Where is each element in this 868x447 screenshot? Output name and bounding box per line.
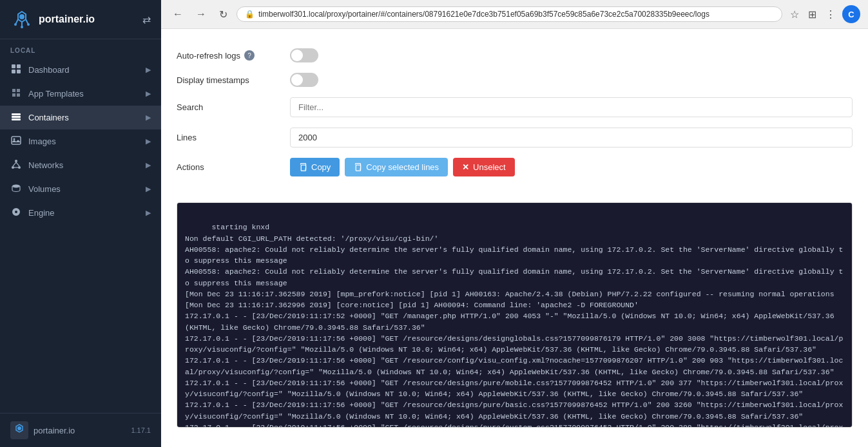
sidebar-item-label-networks: Networks xyxy=(28,160,139,170)
display-timestamps-toggle[interactable] xyxy=(290,73,318,87)
sidebar-footer-name: portainer.io xyxy=(34,426,75,435)
lines-label: Lines xyxy=(177,133,280,142)
svg-point-3 xyxy=(21,26,23,28)
profile-button[interactable]: C xyxy=(842,5,860,23)
dashboard-icon xyxy=(10,64,22,76)
auto-refresh-row: Auto-refresh logs ? xyxy=(177,48,853,62)
svg-rect-15 xyxy=(12,137,21,144)
browser-bar: ← → ↻ 🔒 timberwolf301.local/proxy/portai… xyxy=(161,0,868,29)
dashboard-arrow-icon: ▶ xyxy=(146,66,151,74)
svg-rect-10 xyxy=(12,70,15,73)
sidebar-footer-version: 1.17.1 xyxy=(131,426,151,434)
settings-icon[interactable]: ⋮ xyxy=(823,7,838,22)
auto-refresh-help-icon[interactable]: ? xyxy=(244,50,255,61)
sidebar-item-label-engine: Engine xyxy=(28,208,139,218)
content-area: Auto-refresh logs ? Display timestamps S… xyxy=(161,29,868,447)
sidebar-item-engine[interactable]: Engine ▶ xyxy=(0,201,161,225)
log-text: starting knxd Non default CGI_URL_PATH d… xyxy=(185,223,843,428)
svg-line-20 xyxy=(13,162,16,166)
svg-rect-27 xyxy=(356,165,361,171)
sidebar-footer-logo-icon xyxy=(10,421,28,439)
lines-input[interactable] xyxy=(290,128,853,147)
auto-refresh-label: Auto-refresh logs ? xyxy=(177,50,280,61)
networks-arrow-icon: ▶ xyxy=(146,161,151,169)
portainer-logo-icon xyxy=(10,8,34,31)
reload-button[interactable]: ↻ xyxy=(215,7,231,22)
browser-actions: ☆ ⊞ ⋮ C xyxy=(787,5,860,23)
actions-buttons: Copy Copy selected lines ✕ Unselect xyxy=(290,158,515,176)
sidebar-item-label-volumes: Volumes xyxy=(28,184,139,194)
svg-rect-8 xyxy=(12,64,15,68)
sidebar-item-label-containers: Containers xyxy=(28,113,139,122)
sidebar-item-label-app-templates: App Templates xyxy=(28,89,139,99)
actions-row: Actions Copy Copy selected lines ✕ Unsel… xyxy=(177,158,853,176)
unselect-button[interactable]: ✕ Unselect xyxy=(453,158,515,176)
sidebar-item-containers[interactable]: Containers ▶ xyxy=(0,106,161,129)
auto-refresh-toggle[interactable] xyxy=(290,48,318,62)
images-arrow-icon: ▶ xyxy=(146,137,151,146)
networks-icon xyxy=(10,159,22,171)
engine-arrow-icon: ▶ xyxy=(146,209,151,217)
app-templates-arrow-icon: ▶ xyxy=(146,90,151,98)
unselect-x-icon: ✕ xyxy=(462,162,469,172)
containers-arrow-icon: ▶ xyxy=(146,113,151,122)
forward-button[interactable]: → xyxy=(192,7,210,21)
sidebar-item-images[interactable]: Images ▶ xyxy=(0,129,161,153)
svg-point-5 xyxy=(14,23,17,26)
search-row: Search xyxy=(177,97,853,117)
display-timestamps-label: Display timestamps xyxy=(177,75,280,85)
containers-icon xyxy=(10,111,22,124)
svg-rect-11 xyxy=(17,70,21,73)
svg-rect-9 xyxy=(17,64,21,68)
actions-label: Actions xyxy=(177,162,280,172)
svg-rect-13 xyxy=(12,116,21,118)
extensions-icon[interactable]: ⊞ xyxy=(805,7,819,22)
volumes-arrow-icon: ▶ xyxy=(146,185,151,193)
copy-icon xyxy=(299,163,307,171)
main-content: ← → ↻ 🔒 timberwolf301.local/proxy/portai… xyxy=(161,0,868,447)
svg-point-25 xyxy=(17,426,21,430)
sidebar-logo-text: portainer.io xyxy=(39,14,95,25)
sidebar: portainer.io ⇄ LOCAL Dashboard ▶ App Tem… xyxy=(0,0,161,447)
transfer-icon[interactable]: ⇄ xyxy=(142,14,151,26)
svg-line-21 xyxy=(16,162,19,166)
sidebar-item-label-images: Images xyxy=(28,137,139,146)
copy-selected-icon xyxy=(354,163,362,171)
log-output[interactable]: starting knxd Non default CGI_URL_PATH d… xyxy=(177,202,853,428)
copy-button[interactable]: Copy xyxy=(290,158,340,176)
sidebar-item-app-templates[interactable]: App Templates ▶ xyxy=(0,82,161,106)
controls-section: Auto-refresh logs ? Display timestamps S… xyxy=(177,42,853,200)
sidebar-header: portainer.io ⇄ xyxy=(0,0,161,39)
bookmark-icon[interactable]: ☆ xyxy=(787,7,802,22)
display-timestamps-row: Display timestamps xyxy=(177,73,853,87)
sidebar-item-dashboard[interactable]: Dashboard ▶ xyxy=(0,58,161,82)
back-button[interactable]: ← xyxy=(169,7,187,21)
svg-rect-12 xyxy=(12,113,21,115)
svg-rect-14 xyxy=(12,119,21,120)
svg-point-1 xyxy=(19,14,24,19)
copy-selected-button[interactable]: Copy selected lines xyxy=(345,158,448,176)
svg-point-7 xyxy=(27,23,30,26)
sidebar-section-label: LOCAL xyxy=(0,39,161,58)
url-bar[interactable]: 🔒 timberwolf301.local/proxy/portainer/#/… xyxy=(236,6,782,22)
sidebar-item-networks[interactable]: Networks ▶ xyxy=(0,153,161,177)
sidebar-logo: portainer.io xyxy=(10,8,95,31)
engine-icon xyxy=(10,207,22,219)
lock-icon: 🔒 xyxy=(245,10,255,19)
svg-point-23 xyxy=(12,185,20,188)
app-templates-icon xyxy=(10,88,22,100)
volumes-icon xyxy=(10,183,22,195)
sidebar-item-label-dashboard: Dashboard xyxy=(28,65,139,75)
svg-rect-26 xyxy=(301,165,305,171)
lines-row: Lines xyxy=(177,128,853,147)
svg-point-17 xyxy=(15,160,17,162)
sidebar-item-volumes[interactable]: Volumes ▶ xyxy=(0,177,161,201)
url-text: timberwolf301.local/proxy/portainer/#/co… xyxy=(258,10,709,19)
search-label: Search xyxy=(177,102,280,112)
sidebar-footer: portainer.io 1.17.1 xyxy=(0,413,161,447)
images-icon xyxy=(10,135,22,147)
search-input[interactable] xyxy=(290,97,853,117)
